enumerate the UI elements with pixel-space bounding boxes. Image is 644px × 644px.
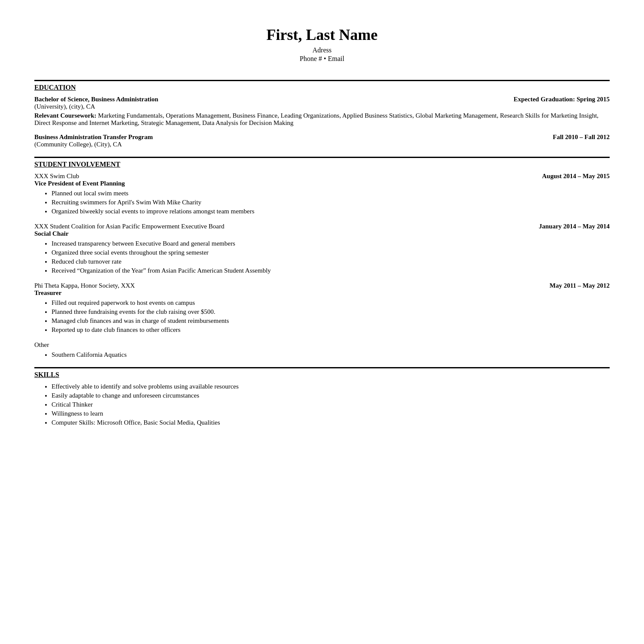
org-2: XXX Student Coalition for Asian Pacific … [34, 223, 224, 230]
graduation-date-2: Fall 2010 – Fall 2012 [553, 134, 610, 141]
bullet-item: Planned three fundraising events for the… [52, 308, 610, 316]
skills-list: Effectively able to identify and solve p… [52, 383, 610, 426]
skill-item: Computer Skills: Microsoft Office, Basic… [52, 419, 610, 426]
involvement-role-3: Treasurer [34, 289, 610, 297]
org-1: XXX Swim Club [34, 173, 79, 180]
other-bullets: Southern California Aquatics [52, 351, 610, 358]
involvement-bullets-1: Planned out local swim meets Recruiting … [52, 190, 610, 215]
org-3: Phi Theta Kappa, Honor Society, XXX [34, 282, 135, 289]
involvement-section: STUDENT INVOLVEMENT XXX Swim Club August… [34, 157, 610, 358]
involvement-role-1: Vice President of Event Planning [34, 180, 610, 187]
involvement-bullets-3: Filled out required paperwork to host ev… [52, 299, 610, 334]
skill-item: Critical Thinker [52, 401, 610, 408]
education-title: EDUCATION [34, 80, 610, 91]
skills-title: SKILLS [34, 367, 610, 379]
bullet-item: Southern California Aquatics [52, 351, 610, 358]
skills-section: SKILLS Effectively able to identify and … [34, 367, 610, 426]
skill-item: Effectively able to identify and solve p… [52, 383, 610, 390]
bullet-item: Received “Organization of the Year” from… [52, 267, 610, 274]
bullet-item: Recruiting swimmers for April's Swim Wit… [52, 199, 610, 206]
involvement-entry-2: XXX Student Coalition for Asian Pacific … [34, 223, 610, 274]
degree-2: Business Administration Transfer Program [34, 134, 153, 141]
involvement-entry-1: XXX Swim Club August 2014 – May 2015 Vic… [34, 173, 610, 215]
coursework-1: Relevant Coursework: Marketing Fundament… [34, 112, 610, 127]
skill-item: Easily adaptable to change and unforesee… [52, 392, 610, 399]
bullet-item: Reported up to date club finances to oth… [52, 326, 610, 334]
bullet-item: Planned out local swim meets [52, 190, 610, 197]
bullet-item: Filled out required paperwork to host ev… [52, 299, 610, 307]
resume-header: First, Last Name Adress Phone # • Email [34, 26, 610, 63]
involvement-role-2: Social Chair [34, 230, 610, 237]
contact-info: Phone # • Email [34, 55, 610, 63]
education-entry-1: Bachelor of Science, Business Administra… [34, 96, 610, 127]
degree-1: Bachelor of Science, Business Administra… [34, 96, 158, 103]
education-entry-2: Business Administration Transfer Program… [34, 134, 610, 148]
address: Adress [34, 46, 610, 54]
bullet-item: Managed club finances and was in charge … [52, 317, 610, 325]
involvement-entry-3: Phi Theta Kappa, Honor Society, XXX May … [34, 282, 610, 334]
involvement-title: STUDENT INVOLVEMENT [34, 157, 610, 168]
involvement-date-2: January 2014 – May 2014 [539, 223, 610, 230]
school-2: (Community College), (City), CA [34, 141, 610, 148]
involvement-date-3: May 2011 – May 2012 [550, 282, 610, 289]
full-name: First, Last Name [34, 26, 610, 44]
bullet-item: Increased transparency between Executive… [52, 240, 610, 247]
involvement-other: Other Southern California Aquatics [34, 341, 610, 358]
coursework-text-1: Marketing Fundamentals, Operations Manag… [34, 112, 598, 126]
involvement-bullets-2: Increased transparency between Executive… [52, 240, 610, 274]
school-1: (University), (city), CA [34, 103, 610, 110]
other-label: Other [34, 341, 610, 349]
bullet-item: Organized three social events throughout… [52, 249, 610, 256]
coursework-label-1: Relevant Coursework: [34, 112, 97, 119]
education-section: EDUCATION Bachelor of Science, Business … [34, 80, 610, 148]
involvement-date-1: August 2014 – May 2015 [542, 173, 610, 180]
graduation-date-1: Expected Graduation: Spring 2015 [513, 96, 610, 103]
skill-item: Willingness to learn [52, 410, 610, 417]
bullet-item: Organized biweekly social events to impr… [52, 208, 610, 215]
bullet-item: Reduced club turnover rate [52, 258, 610, 265]
